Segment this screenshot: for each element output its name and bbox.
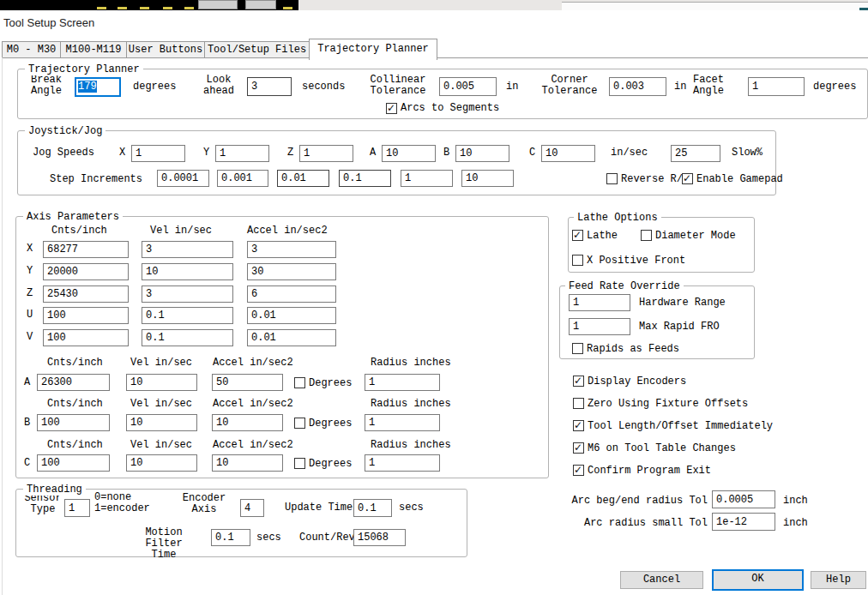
vel-header-c: Vel in/sec xyxy=(130,440,192,451)
arc-beg-end-radius-tol-field[interactable] xyxy=(712,490,775,508)
axis-y-vel-field[interactable] xyxy=(142,263,233,280)
reverse-rz-checkbox[interactable] xyxy=(606,173,618,184)
cnts-header-c: Cnts/inch xyxy=(47,440,103,451)
axis-x-accel-field[interactable] xyxy=(247,241,336,258)
confirm-program-exit-checkbox[interactable] xyxy=(573,465,584,476)
zero-using-fixture-offsets-label: Zero Using Fixture Offsets xyxy=(588,399,748,410)
count-rev-label: Count/Rev xyxy=(299,532,355,544)
slow-percent-label: Slow% xyxy=(732,147,763,159)
axis-a-vel-field[interactable] xyxy=(126,374,197,391)
axis-c-label: C xyxy=(24,458,30,469)
m6-on-tool-table-changes-checkbox[interactable] xyxy=(573,442,584,454)
rapids-as-feeds-checkbox[interactable] xyxy=(572,343,583,354)
diameter-mode-checkbox[interactable] xyxy=(641,230,652,241)
step-increment-3-field[interactable] xyxy=(277,170,329,187)
tab-trajectory-planner[interactable]: Trajectory Planner xyxy=(309,39,437,60)
axis-c-degrees-checkbox[interactable] xyxy=(294,458,305,469)
ok-button[interactable]: OK xyxy=(712,569,804,591)
arcs-to-segments-label: Arcs to Segments xyxy=(401,103,499,114)
jog-speed-y-field[interactable] xyxy=(215,145,269,162)
step-increment-2-field[interactable] xyxy=(217,170,268,187)
cnts-header-b: Cnts/inch xyxy=(47,399,103,410)
jog-speed-z-field[interactable] xyxy=(299,145,353,162)
diameter-mode-label: Diameter Mode xyxy=(655,231,736,242)
display-encoders-checkbox[interactable] xyxy=(573,376,584,387)
motion-filter-time-field[interactable] xyxy=(211,529,250,546)
step-increment-4-field[interactable] xyxy=(339,170,391,187)
display-encoders-label: Display Encoders xyxy=(588,376,686,388)
axis-b-degrees-checkbox[interactable] xyxy=(294,418,305,429)
axis-u-cnts-field[interactable] xyxy=(43,307,129,324)
cnts-header: Cnts/inch xyxy=(51,225,107,237)
hardware-range-field[interactable] xyxy=(569,294,630,311)
step-increment-5-field[interactable] xyxy=(401,170,453,187)
tool-length-offset-immediately-checkbox[interactable] xyxy=(573,420,584,431)
encoder-axis-field[interactable] xyxy=(240,499,264,517)
enable-gamepad-checkbox[interactable] xyxy=(682,173,693,184)
jog-speed-b-field[interactable] xyxy=(455,145,509,162)
axis-u-accel-field[interactable] xyxy=(247,307,336,324)
max-rapid-fro-field[interactable] xyxy=(569,318,630,335)
tab-m0-m30[interactable]: M0 - M30 xyxy=(2,41,61,58)
step-increment-6-field[interactable] xyxy=(461,170,514,187)
jog-speed-c-field[interactable] xyxy=(541,145,595,162)
cancel-button[interactable]: Cancel xyxy=(620,571,703,589)
axis-z-vel-field[interactable] xyxy=(142,285,233,303)
axis-x-cnts-field[interactable] xyxy=(43,241,129,258)
break-angle-label: Break Angle xyxy=(22,75,70,97)
axis-v-accel-field[interactable] xyxy=(247,329,336,346)
axis-v-vel-field[interactable] xyxy=(142,329,233,346)
look-ahead-field[interactable] xyxy=(247,77,292,96)
zero-using-fixture-offsets-checkbox[interactable] xyxy=(573,398,584,409)
axis-b-cnts-field[interactable] xyxy=(37,414,110,431)
tab-m100-m119[interactable]: M100-M119 xyxy=(60,41,127,58)
axis-c-radius-field[interactable] xyxy=(365,454,440,472)
jog-axis-y-label: Y xyxy=(203,147,209,159)
axis-a-cnts-field[interactable] xyxy=(37,374,110,391)
x-positive-front-checkbox[interactable] xyxy=(572,255,583,266)
axis-y-accel-field[interactable] xyxy=(247,263,336,280)
axis-u-vel-field[interactable] xyxy=(142,307,233,324)
axis-b-radius-field[interactable] xyxy=(365,414,440,431)
collinear-tolerance-field[interactable] xyxy=(439,77,497,96)
axis-c-vel-field[interactable] xyxy=(126,454,197,472)
axis-b-vel-field[interactable] xyxy=(126,414,197,431)
axis-y-cnts-field[interactable] xyxy=(43,263,129,280)
help-button[interactable]: Help xyxy=(811,571,866,589)
count-rev-field[interactable] xyxy=(353,529,406,546)
joystick-jog-group xyxy=(17,130,776,195)
axis-a-radius-field[interactable] xyxy=(365,374,440,391)
facet-angle-field[interactable] xyxy=(748,77,805,96)
step-increment-1-field[interactable] xyxy=(157,170,209,187)
arc-beg-end-radius-tol-unit: inch xyxy=(783,496,808,507)
arc-radius-small-tol-field[interactable] xyxy=(712,513,775,531)
slow-percent-field[interactable] xyxy=(671,145,720,162)
axis-z-accel-field[interactable] xyxy=(247,285,336,303)
corner-tolerance-field[interactable] xyxy=(609,77,666,96)
tab-tool-setup-files[interactable]: Tool/Setup Files xyxy=(204,41,310,58)
tab-frame-left-line xyxy=(2,57,3,595)
axis-c-cnts-field[interactable] xyxy=(37,454,110,472)
axis-c-degrees-label: Degrees xyxy=(309,459,352,470)
axis-v-cnts-field[interactable] xyxy=(43,329,129,346)
axis-c-accel-field[interactable] xyxy=(212,454,283,472)
jog-speed-x-field[interactable] xyxy=(131,145,185,162)
arcs-to-segments-checkbox[interactable] xyxy=(386,103,397,114)
axis-a-accel-field[interactable] xyxy=(212,374,283,391)
axis-b-accel-field[interactable] xyxy=(212,414,283,431)
break-angle-unit: degrees xyxy=(133,81,176,93)
jog-axis-a-label: A xyxy=(370,147,376,159)
jog-axis-c-label: C xyxy=(529,147,535,159)
update-time-field[interactable] xyxy=(353,499,392,517)
lathe-checkbox[interactable] xyxy=(572,230,583,241)
axis-z-cnts-field[interactable] xyxy=(43,285,129,303)
axis-x-vel-field[interactable] xyxy=(142,241,233,258)
tab-user-buttons[interactable]: User Buttons xyxy=(126,41,205,58)
break-angle-field[interactable]: 179 xyxy=(75,77,121,97)
accel-header: Accel in/sec2 xyxy=(247,225,328,237)
axis-a-degrees-checkbox[interactable] xyxy=(294,377,305,388)
accel-header-b: Accel in/sec2 xyxy=(213,399,293,410)
sensor-type-field[interactable] xyxy=(64,499,90,517)
jog-speed-a-field[interactable] xyxy=(382,145,436,162)
enable-gamepad-label: Enable Gamepad xyxy=(696,174,783,185)
